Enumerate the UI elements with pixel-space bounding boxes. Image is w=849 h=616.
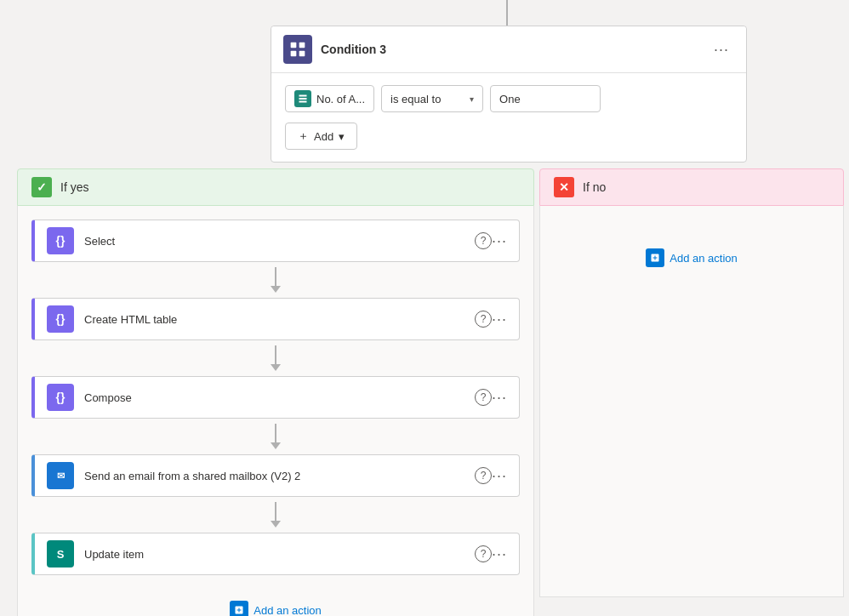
send-email-action-icon: ✉: [47, 462, 74, 489]
add-action-button-yes[interactable]: Add an action: [230, 596, 322, 616]
svg-rect-1: [299, 43, 305, 48]
compose-action-title: Compose: [84, 391, 475, 404]
create-html-more-button[interactable]: ···: [492, 311, 507, 328]
action-card-compose: {} Compose ? ···: [31, 376, 520, 419]
send-email-help-icon[interactable]: ?: [475, 467, 492, 484]
action-card-select: {} Select ? ···: [31, 220, 520, 262]
add-condition-row: ＋ Add ▾: [285, 123, 732, 150]
if-no-add-action-container: Add an action: [554, 220, 829, 272]
arrow-4: [31, 497, 520, 533]
svg-rect-2: [291, 51, 297, 57]
action-card-send-email: ✉ Send an email from a shared mailbox (V…: [31, 454, 520, 497]
svg-rect-3: [299, 51, 305, 57]
field-chip-icon-svg: [298, 94, 308, 104]
update-item-more-button[interactable]: ···: [492, 545, 507, 563]
condition-title: Condition 3: [321, 43, 709, 56]
value-input[interactable]: One: [490, 85, 601, 112]
if-yes-label: If yes: [60, 180, 88, 194]
select-action-icon: {}: [47, 227, 74, 254]
action-card-create-html: {} Create HTML table ? ···: [31, 298, 520, 340]
add-icon-no-svg: [650, 253, 660, 263]
create-html-action-title: Create HTML table: [84, 313, 475, 326]
compose-action-icon: {}: [47, 384, 74, 411]
add-icon-svg: [234, 605, 244, 615]
if-no-branch: ✕ If no Add an action: [539, 168, 844, 597]
compose-more-button[interactable]: ···: [492, 389, 507, 407]
condition-row: No. of A... is equal to ▾ One: [285, 85, 732, 112]
add-condition-label: Add: [314, 130, 333, 143]
if-yes-body: {} Select ? ··· {} Create HTML table ? ·…: [17, 206, 534, 616]
add-plus-icon: ＋: [298, 128, 309, 144]
add-action-icon-no: [646, 248, 664, 267]
field-chip-icon: [294, 90, 311, 107]
if-yes-header: ✓ If yes: [17, 168, 534, 206]
condition-more-button[interactable]: ···: [709, 39, 734, 60]
if-no-body: Add an action: [539, 206, 844, 597]
condition-block: Condition 3 ··· No. of A... is equal to: [271, 26, 747, 163]
if-yes-branch: ✓ If yes {} Select ? ··· {} Create HTML …: [17, 168, 534, 616]
add-chevron-icon: ▾: [339, 130, 345, 143]
if-no-label: If no: [583, 180, 606, 194]
add-action-label-no: Add an action: [670, 252, 738, 265]
svg-rect-0: [291, 43, 297, 48]
update-item-help-icon[interactable]: ?: [475, 545, 492, 562]
arrow-1: [31, 262, 520, 298]
add-action-icon-yes: [230, 601, 248, 616]
add-action-label-yes: Add an action: [254, 604, 322, 617]
create-html-help-icon[interactable]: ?: [475, 311, 492, 328]
select-action-title: Select: [84, 235, 475, 248]
update-item-action-icon: S: [47, 540, 74, 568]
create-html-action-icon: {}: [47, 305, 74, 333]
chevron-down-icon: ▾: [470, 94, 474, 104]
arrow-2: [31, 340, 520, 376]
operator-select[interactable]: is equal to ▾: [381, 85, 483, 112]
compose-help-icon[interactable]: ?: [475, 389, 492, 406]
condition-icon: [283, 35, 312, 64]
condition-header: Condition 3 ···: [271, 26, 746, 73]
if-yes-icon: ✓: [31, 177, 52, 197]
arrow-3: [31, 419, 520, 454]
condition-field-chip[interactable]: No. of A...: [285, 85, 374, 112]
value-input-text: One: [499, 93, 521, 106]
select-help-icon[interactable]: ?: [475, 232, 492, 249]
send-email-more-button[interactable]: ···: [492, 467, 507, 485]
select-more-button[interactable]: ···: [492, 232, 507, 250]
if-no-header: ✕ If no: [539, 168, 844, 206]
condition-body: No. of A... is equal to ▾ One ＋ Add ▾: [271, 73, 746, 162]
action-card-update-item: S Update item ? ···: [31, 533, 520, 575]
send-email-action-title: Send an email from a shared mailbox (V2)…: [84, 470, 475, 482]
add-condition-button[interactable]: ＋ Add ▾: [285, 123, 357, 150]
update-item-action-title: Update item: [84, 548, 475, 561]
canvas: Condition 3 ··· No. of A... is equal to: [0, 0, 849, 616]
field-chip-text: No. of A...: [316, 93, 365, 106]
condition-icon-svg: [289, 41, 306, 58]
if-no-icon: ✕: [554, 177, 574, 197]
add-action-button-no[interactable]: Add an action: [646, 243, 738, 272]
operator-text: is equal to: [390, 93, 464, 106]
